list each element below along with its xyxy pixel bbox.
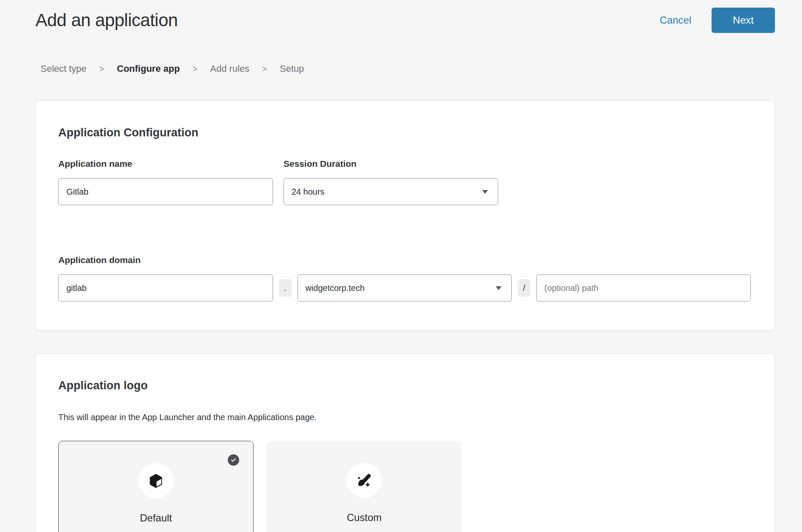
page-title: Add an application <box>35 10 178 30</box>
domain-value: widgetcorp.tech <box>306 283 365 293</box>
breadcrumb: Select type > Configure app > Add rules … <box>41 63 802 74</box>
breadcrumb-setup[interactable]: Setup <box>280 63 304 74</box>
breadcrumb-configure-app[interactable]: Configure app <box>117 63 180 74</box>
breadcrumb-select-type[interactable]: Select type <box>41 63 87 74</box>
chevron-down-icon <box>482 190 488 194</box>
application-name-label: Application name <box>58 159 273 169</box>
application-domain-row: . widgetcorp.tech / <box>58 274 751 301</box>
dot-separator: . <box>279 279 292 297</box>
session-duration-select[interactable]: 24 hours <box>284 178 498 205</box>
name-session-row: Application name Session Duration 24 hou… <box>58 159 751 205</box>
configuration-heading: Application Configuration <box>58 126 751 139</box>
breadcrumb-separator: > <box>262 64 267 74</box>
session-duration-label: Session Duration <box>284 159 498 169</box>
application-configuration-card: Application Configuration Application na… <box>35 100 775 331</box>
custom-logo-circle <box>346 463 382 498</box>
slash-separator: / <box>518 279 530 297</box>
application-logo-card: Application logo This will appear in the… <box>35 353 775 532</box>
domain-select[interactable]: widgetcorp.tech <box>297 274 512 301</box>
custom-logo-label: Custom <box>267 512 462 524</box>
subdomain-input[interactable] <box>58 274 273 301</box>
session-duration-value: 24 hours <box>292 187 325 197</box>
chevron-down-icon <box>495 286 502 290</box>
session-duration-field: Session Duration 24 hours <box>284 159 498 205</box>
next-button[interactable]: Next <box>712 8 775 33</box>
selected-check-badge <box>228 454 239 466</box>
logo-option-custom[interactable]: Custom <box>267 441 462 532</box>
header-actions: Cancel Next <box>660 8 775 33</box>
application-name-input[interactable] <box>58 178 273 205</box>
breadcrumb-separator: > <box>99 64 104 74</box>
default-logo-circle <box>138 463 174 499</box>
paintbrush-icon <box>355 472 373 489</box>
breadcrumb-add-rules[interactable]: Add rules <box>210 63 249 74</box>
logo-heading: Application logo <box>58 379 751 392</box>
path-input[interactable] <box>536 274 751 301</box>
cancel-button[interactable]: Cancel <box>660 14 691 26</box>
application-domain-label: Application domain <box>58 255 751 265</box>
logo-options: Default Custom <box>58 441 751 532</box>
logo-description: This will appear in the App Launcher and… <box>58 413 751 422</box>
check-icon <box>230 457 237 463</box>
cube-icon <box>147 472 165 490</box>
logo-option-default[interactable]: Default <box>58 441 254 532</box>
breadcrumb-separator: > <box>193 64 198 74</box>
page-header: Add an application Cancel Next <box>0 0 802 33</box>
application-name-field: Application name <box>58 159 273 205</box>
default-logo-label: Default <box>59 512 253 524</box>
